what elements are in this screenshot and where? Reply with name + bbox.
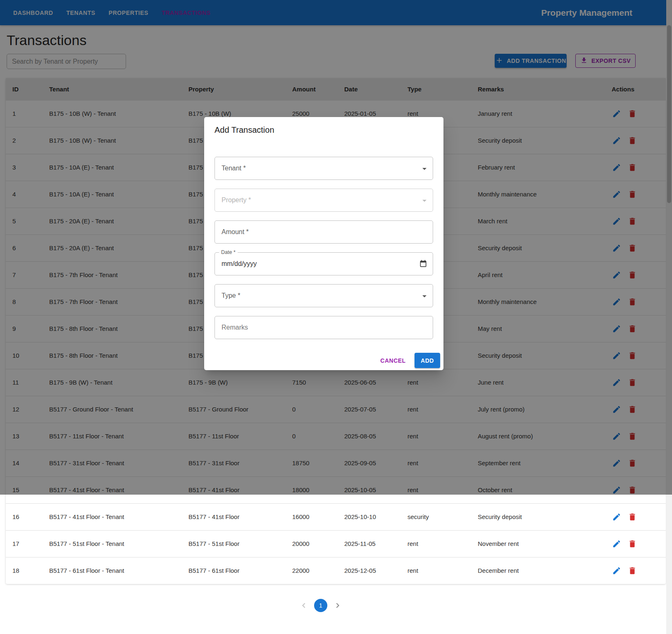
- prev-page-icon[interactable]: [298, 600, 309, 611]
- cell-date: 2025-12-05: [338, 557, 401, 584]
- cell-remarks: December rent: [471, 557, 605, 584]
- dialog-actions: CANCEL ADD: [373, 353, 440, 368]
- cell-type: security: [401, 503, 471, 530]
- delete-icon[interactable]: [627, 539, 637, 549]
- table-row: 17 B5177 - 51st Floor - Tenant B5177 - 5…: [6, 530, 666, 557]
- cell-remarks: November rent: [471, 530, 605, 557]
- cell-id: 17: [6, 530, 43, 557]
- cell-tenant: B5177 - 61st Floor - Tenant: [43, 557, 182, 584]
- cell-property: B5177 - 51st Floor: [182, 530, 286, 557]
- amount-field-label: Amount *: [222, 228, 249, 236]
- delete-icon[interactable]: [627, 512, 637, 522]
- cell-remarks: Security deposit: [471, 503, 605, 530]
- cell-amount: 20000: [286, 530, 338, 557]
- type-select[interactable]: Type *: [214, 284, 433, 307]
- table-row: 18 B5177 - 61st Floor - Tenant B5177 - 6…: [6, 557, 666, 584]
- add-button[interactable]: ADD: [415, 353, 440, 368]
- delete-icon[interactable]: [627, 566, 637, 576]
- remarks-field-label: Remarks: [222, 324, 248, 331]
- cancel-button[interactable]: CANCEL: [373, 353, 413, 368]
- cell-type: rent: [401, 530, 471, 557]
- remarks-field[interactable]: Remarks: [214, 316, 433, 339]
- transactions-page: DASHBOARD TENANTS PROPERTIES TRANSACTION…: [0, 0, 672, 634]
- property-select[interactable]: Property *: [214, 189, 433, 212]
- pagination: 1: [0, 599, 641, 612]
- cell-id: 18: [6, 557, 43, 584]
- edit-icon[interactable]: [612, 539, 622, 549]
- type-select-label: Type *: [222, 292, 240, 299]
- cell-id: 16: [6, 503, 43, 530]
- cell-tenant: B5177 - 41st Floor - Tenant: [43, 503, 182, 530]
- cell-amount: 22000: [286, 557, 338, 584]
- chevron-down-icon: [419, 196, 429, 207]
- table-row: 16 B5177 - 41st Floor - Tenant B5177 - 4…: [6, 503, 666, 530]
- next-page-icon[interactable]: [332, 600, 343, 611]
- tenant-select-label: Tenant *: [222, 165, 246, 172]
- edit-icon[interactable]: [612, 566, 622, 576]
- cell-date: 2025-11-05: [338, 530, 401, 557]
- property-select-label: Property *: [222, 196, 251, 204]
- chevron-down-icon: [419, 291, 429, 303]
- chevron-down-icon: [419, 164, 429, 175]
- date-field-label: Date *: [219, 249, 238, 255]
- page-1-button[interactable]: 1: [314, 599, 327, 612]
- edit-icon[interactable]: [612, 512, 622, 522]
- add-transaction-dialog: Add Transaction Tenant * Property * Amou…: [204, 117, 443, 370]
- cell-tenant: B5177 - 51st Floor - Tenant: [43, 530, 182, 557]
- cell-date: 2025-10-10: [338, 503, 401, 530]
- date-field[interactable]: Date * mm/dd/yyyy: [214, 252, 433, 275]
- cell-type: rent: [401, 557, 471, 584]
- amount-field[interactable]: Amount *: [214, 220, 433, 244]
- cell-amount: 16000: [286, 503, 338, 530]
- dialog-title: Add Transaction: [214, 125, 274, 135]
- tenant-select[interactable]: Tenant *: [214, 157, 433, 180]
- date-field-value: mm/dd/yyyy: [222, 260, 257, 268]
- cell-property: B5177 - 61st Floor: [182, 557, 286, 584]
- cell-property: B5177 - 41st Floor: [182, 503, 286, 530]
- calendar-icon[interactable]: [419, 260, 427, 270]
